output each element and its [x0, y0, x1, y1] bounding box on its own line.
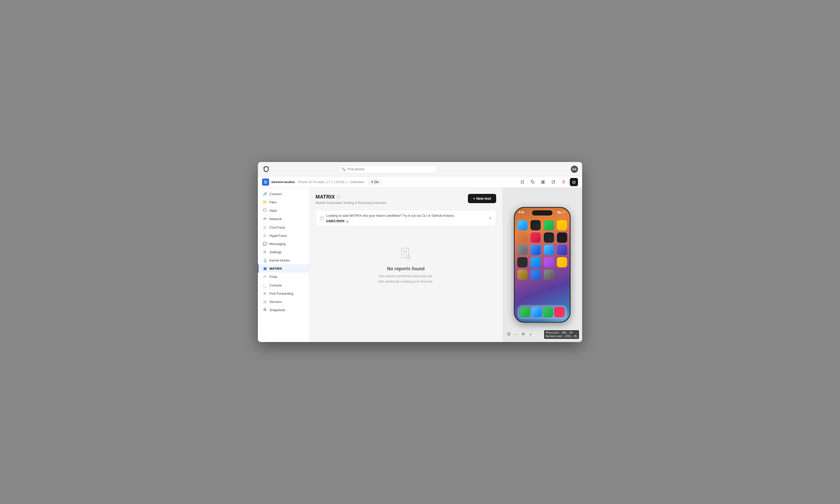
app-icon-weather — [517, 220, 528, 230]
svg-rect-2 — [544, 181, 545, 183]
focus-button[interactable] — [505, 331, 512, 338]
info-banner-content: ⓘ Looking to add MATRIX into your team's… — [320, 214, 455, 222]
info-banner: ⓘ Looking to add MATRIX into your team's… — [316, 210, 496, 226]
power-button[interactable] — [570, 178, 578, 186]
sidebar-label-kernel-hooks: Kernel Hooks — [269, 258, 290, 262]
sidebar-item-apps[interactable]: Apps — [258, 206, 309, 215]
svg-point-16 — [507, 332, 510, 336]
app-icon-darkapp — [557, 232, 567, 243]
coords-display: Physical: 296, 24 Normalized: 2293, 85 — [544, 330, 579, 339]
apps-icon — [263, 208, 267, 213]
volume-icon[interactable] — [521, 331, 526, 338]
dock-music — [554, 307, 565, 317]
dock-phone — [520, 307, 530, 317]
sidebar-item-snapshots[interactable]: Snapshots — [258, 306, 309, 314]
dock-safari — [531, 307, 542, 317]
sidebar-item-files[interactable]: 📁 Files — [258, 198, 309, 206]
sidebar-item-console[interactable]: ›_ Console — [258, 281, 309, 289]
hypertrace-icon: ⊙ — [263, 233, 267, 238]
sidebar-item-frida[interactable]: Frida — [258, 273, 309, 281]
empty-state: No reports found You haven't performed a… — [316, 231, 496, 300]
sidebar-label-coretrace: CoreTrace — [269, 226, 285, 229]
sidebar-item-connect[interactable]: 🔗 Connect — [258, 190, 309, 198]
learn-more-link[interactable]: Learn more → — [326, 219, 349, 222]
search-input[interactable] — [339, 165, 437, 173]
device-preview-panel: 9:56 ▐▐ ))) 🔋 — [502, 188, 582, 342]
app-icon-contacts — [517, 245, 528, 255]
app-icon-cydia — [517, 269, 528, 280]
title-section: MATRIX ⓘ Mobile Automated Testing & Repo… — [316, 194, 386, 205]
refresh-button[interactable] — [549, 178, 557, 186]
delete-button[interactable] — [559, 178, 568, 186]
app-icon-mindmap — [530, 257, 541, 267]
sidebar-label-hypertrace: HyperTrace — [269, 234, 287, 238]
sidebar-item-coretrace[interactable]: ⊙ CoreTrace — [258, 223, 309, 231]
empty-state-title: No reports found — [387, 266, 425, 272]
phone-container: 9:56 ▐▐ ))) 🔋 — [514, 207, 571, 323]
svg-line-14 — [410, 258, 411, 259]
sidebar-item-kernel-hooks[interactable]: ⚓ Kernel Hooks — [258, 256, 309, 264]
app-icon-files — [544, 245, 554, 255]
app-icon-notes — [544, 257, 554, 267]
sidebar-item-sensors[interactable]: ◎ Sensors — [258, 298, 309, 306]
frida-icon — [263, 275, 267, 279]
svg-rect-1 — [543, 181, 543, 183]
empty-state-description: You haven't performed any tests yet. Get… — [378, 274, 433, 284]
app-icon-altstore — [557, 245, 567, 255]
tag-button[interactable] — [529, 178, 537, 186]
phone-time: 9:56 — [519, 211, 524, 214]
sidebar-item-port-forwarding[interactable]: ⊛ Port Forwarding — [258, 289, 309, 298]
phone-notch — [532, 210, 553, 215]
sidebar-label-matrix: MATRIX — [269, 267, 282, 271]
device-letter: D — [262, 178, 269, 186]
avatar[interactable]: DA — [571, 166, 578, 173]
app-window: 🔍 DA D sincere-oculus iPhone 15 Pro Max … — [258, 162, 582, 342]
coretrace-icon: ⊙ — [263, 225, 267, 229]
sensors-icon: ◎ — [263, 300, 267, 304]
page-subtitle: Mobile Automated Testing & Reporting Int… — [316, 201, 386, 205]
app-icon-findmy — [544, 220, 554, 230]
preview-left-controls: − + — [505, 331, 533, 338]
snapshots-icon — [263, 308, 267, 312]
status-label: On — [374, 180, 379, 184]
svg-point-6 — [264, 309, 265, 310]
top-bar: 🔍 DA — [258, 162, 582, 176]
close-banner-button[interactable]: × — [489, 215, 492, 221]
device-bar: D sincere-oculus iPhone 15 Pro Max | 17.… — [258, 176, 582, 188]
search-bar[interactable]: 🔍 — [339, 165, 437, 173]
sidebar-label-messaging: Messaging — [269, 242, 286, 246]
volume-up-button[interactable]: + — [528, 331, 533, 338]
sidebar-label-sensors: Sensors — [269, 300, 282, 304]
sidebar-label-connect: Connect — [269, 192, 282, 196]
svg-rect-0 — [541, 181, 542, 183]
svg-point-15 — [508, 334, 509, 335]
external-link-button[interactable] — [518, 178, 527, 186]
sidebar-item-messaging[interactable]: 💬 Messaging — [258, 240, 309, 248]
app-icon-books — [517, 232, 528, 243]
device-status: On — [369, 179, 381, 185]
files-icon: 📁 — [263, 200, 267, 204]
console-icon: ›_ — [263, 283, 267, 287]
app-icon-itunes — [530, 232, 541, 243]
sidebar-item-hypertrace[interactable]: ⊙ HyperTrace — [258, 231, 309, 240]
app-icon-tool1 — [517, 257, 528, 267]
sidebar-item-matrix[interactable]: ▣ MATRIX — [258, 264, 309, 273]
settings-icon: ⚙ — [263, 250, 267, 254]
connect-icon: 🔗 — [263, 192, 267, 196]
sidebar-label-console: Console — [269, 283, 282, 287]
search-icon: 🔍 — [342, 167, 346, 171]
kernel-hooks-icon: ⚓ — [263, 258, 267, 262]
volume-down-button[interactable]: − — [514, 331, 519, 338]
status-dot — [371, 181, 373, 183]
physical-coords: Physical: 296, 24 — [546, 331, 577, 335]
page-title: MATRIX ⓘ — [316, 194, 386, 200]
dock-messages — [543, 307, 553, 317]
sidebar-item-settings[interactable]: ⚙ Settings — [258, 248, 309, 256]
app-icon-sileo — [530, 269, 541, 280]
device-info: iPhone 15 Pro Max | 17.7 | 21H16 | ✓ Jai… — [298, 180, 364, 184]
new-test-button[interactable]: + New test — [468, 194, 496, 203]
info-icon: ⓘ — [337, 195, 340, 199]
sidebar-item-network[interactable]: Network — [258, 215, 309, 223]
columns-button[interactable] — [539, 178, 547, 186]
sidebar-label-port-forwarding: Port Forwarding — [269, 292, 293, 295]
